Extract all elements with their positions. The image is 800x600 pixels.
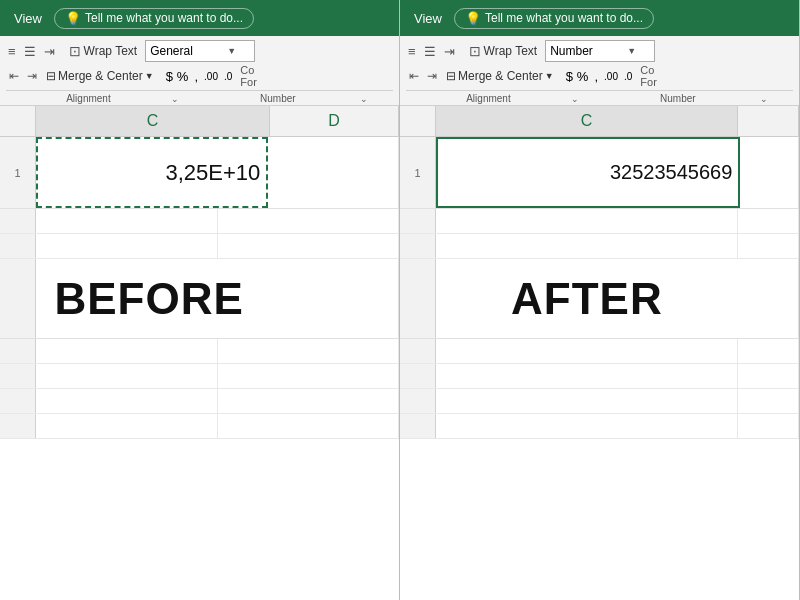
right-row-7 xyxy=(400,389,799,414)
right-number-expand-icon[interactable]: ⌄ xyxy=(760,94,768,104)
right-cell-c6[interactable] xyxy=(436,364,738,388)
right-cell-d6[interactable] xyxy=(738,364,799,388)
left-cell-c7[interactable] xyxy=(36,389,218,413)
left-percent-btn[interactable]: % xyxy=(175,69,191,84)
right-cell-empty1[interactable] xyxy=(740,137,799,208)
left-cell-d7[interactable] xyxy=(218,389,400,413)
left-number-expand-icon[interactable]: ⌄ xyxy=(360,94,368,104)
right-tell-me-text: Tell me what you want to do... xyxy=(485,11,643,25)
left-row-6 xyxy=(0,364,399,389)
left-indent-icon[interactable]: ⇥ xyxy=(42,42,57,61)
left-conditional-format-label[interactable]: CoFor xyxy=(240,64,257,88)
right-align-center-icon[interactable]: ☰ xyxy=(422,42,438,61)
left-cell-c5[interactable] xyxy=(36,339,218,363)
right-cell-c8[interactable] xyxy=(436,414,738,438)
right-row-3-num xyxy=(400,234,436,258)
right-wrap-icon: ⊡ xyxy=(469,43,481,59)
left-cell-c1[interactable]: 3,25E+10 xyxy=(36,137,268,208)
right-cell-d7[interactable] xyxy=(738,389,799,413)
right-comma-btn[interactable]: , xyxy=(592,69,600,84)
left-dec-decrease-btn[interactable]: .0 xyxy=(222,71,234,82)
right-cell-d3[interactable] xyxy=(738,234,799,258)
right-row-6-num xyxy=(400,364,436,388)
left-cell-value: 3,25E+10 xyxy=(165,160,260,186)
right-wrap-text-button[interactable]: ⊡ Wrap Text xyxy=(465,41,542,61)
left-row-2-num xyxy=(0,209,36,233)
left-row-6-num xyxy=(0,364,36,388)
right-merge-icon: ⊟ xyxy=(446,69,456,83)
left-align-left-icon[interactable]: ≡ xyxy=(6,42,18,61)
right-panel: View 💡 Tell me what you want to do... ≡ … xyxy=(400,0,800,600)
right-merge-center-label: Merge & Center xyxy=(458,69,543,83)
left-wrap-icon: ⊡ xyxy=(69,43,81,59)
left-ribbon-row2: ⇤ ⇥ ⊟ Merge & Center ▼ $ % , .00 .0 CoFo… xyxy=(6,64,393,88)
left-align-center-icon[interactable]: ☰ xyxy=(22,42,38,61)
left-merge-dropdown-icon[interactable]: ▼ xyxy=(145,71,154,81)
left-outdent-icon[interactable]: ⇤ xyxy=(6,67,22,85)
left-wrap-text-button[interactable]: ⊡ Wrap Text xyxy=(65,41,142,61)
right-indent2-icon[interactable]: ⇥ xyxy=(424,67,440,85)
right-dec-decrease-btn[interactable]: .0 xyxy=(622,71,634,82)
left-indent2-icon[interactable]: ⇥ xyxy=(24,67,40,85)
right-alignment-expand-icon[interactable]: ⌄ xyxy=(571,94,579,104)
right-row-1-num: 1 xyxy=(400,137,436,208)
right-view-tab[interactable]: View xyxy=(408,9,448,28)
right-outdent-icon[interactable]: ⇤ xyxy=(406,67,422,85)
left-row-1-num: 1 xyxy=(0,137,36,208)
left-cell-d2[interactable] xyxy=(218,209,400,233)
right-row-3 xyxy=(400,234,799,259)
right-ribbon-row2: ⇤ ⇥ ⊟ Merge & Center ▼ $ % , .00 .0 CoFo… xyxy=(406,64,793,88)
right-label-row: AFTER xyxy=(400,259,799,339)
left-col-c-header[interactable]: C xyxy=(36,106,270,136)
left-merge-center-button[interactable]: ⊟ Merge & Center ▼ xyxy=(42,67,158,85)
right-row-2 xyxy=(400,209,799,234)
left-view-tab[interactable]: View xyxy=(8,9,48,28)
left-label-row-num xyxy=(0,259,36,338)
left-cell-d3[interactable] xyxy=(218,234,400,258)
left-format-value: General xyxy=(150,44,193,58)
right-format-dropdown[interactable]: Number ▼ xyxy=(545,40,655,62)
left-cell-c2[interactable] xyxy=(36,209,218,233)
left-row-8 xyxy=(0,414,399,439)
right-cell-d2[interactable] xyxy=(738,209,799,233)
right-cell-c5[interactable] xyxy=(436,339,738,363)
right-indent-icon[interactable]: ⇥ xyxy=(442,42,457,61)
left-cell-c8[interactable] xyxy=(36,414,218,438)
left-tell-me-text: Tell me what you want to do... xyxy=(85,11,243,25)
left-tell-me[interactable]: 💡 Tell me what you want to do... xyxy=(54,8,254,29)
left-cell-d6[interactable] xyxy=(218,364,400,388)
left-cell-d1[interactable] xyxy=(268,137,399,208)
right-cell-c3[interactable] xyxy=(436,234,738,258)
left-dropdown-arrow-icon: ▼ xyxy=(227,46,236,56)
left-currency-icon[interactable]: $ xyxy=(166,69,173,84)
right-conditional-format-label[interactable]: CoFor xyxy=(640,64,657,88)
left-top-nav: View 💡 Tell me what you want to do... xyxy=(8,8,254,29)
right-cell-c2[interactable] xyxy=(436,209,738,233)
right-cell-d5[interactable] xyxy=(738,339,799,363)
right-cell-c1[interactable]: 32523545669 xyxy=(436,137,740,208)
left-cell-c3[interactable] xyxy=(36,234,218,258)
left-col-d-header[interactable]: D xyxy=(270,106,399,136)
left-cell-c6[interactable] xyxy=(36,364,218,388)
right-cell-d8[interactable] xyxy=(738,414,799,438)
left-alignment-section-label: Alignment xyxy=(6,92,171,105)
left-dec-increase-btn[interactable]: .00 xyxy=(202,71,220,82)
right-percent-btn[interactable]: % xyxy=(575,69,591,84)
right-dec-increase-btn[interactable]: .00 xyxy=(602,71,620,82)
right-tell-me[interactable]: 💡 Tell me what you want to do... xyxy=(454,8,654,29)
right-col-c-header[interactable]: C xyxy=(436,106,738,136)
left-comma-btn[interactable]: , xyxy=(192,69,200,84)
right-currency-icon[interactable]: $ xyxy=(566,69,573,84)
left-format-dropdown[interactable]: General ▼ xyxy=(145,40,255,62)
left-alignment-expand-icon[interactable]: ⌄ xyxy=(171,94,179,104)
right-merge-dropdown-icon[interactable]: ▼ xyxy=(545,71,554,81)
right-align-left-icon[interactable]: ≡ xyxy=(406,42,418,61)
right-col-header-row: C xyxy=(400,106,799,137)
right-merge-center-button[interactable]: ⊟ Merge & Center ▼ xyxy=(442,67,558,85)
right-cell-c7[interactable] xyxy=(436,389,738,413)
left-cell-d8[interactable] xyxy=(218,414,400,438)
right-top-nav: View 💡 Tell me what you want to do... xyxy=(408,8,654,29)
left-cell-d5[interactable] xyxy=(218,339,400,363)
right-row-5 xyxy=(400,339,799,364)
left-row-5-num xyxy=(0,339,36,363)
